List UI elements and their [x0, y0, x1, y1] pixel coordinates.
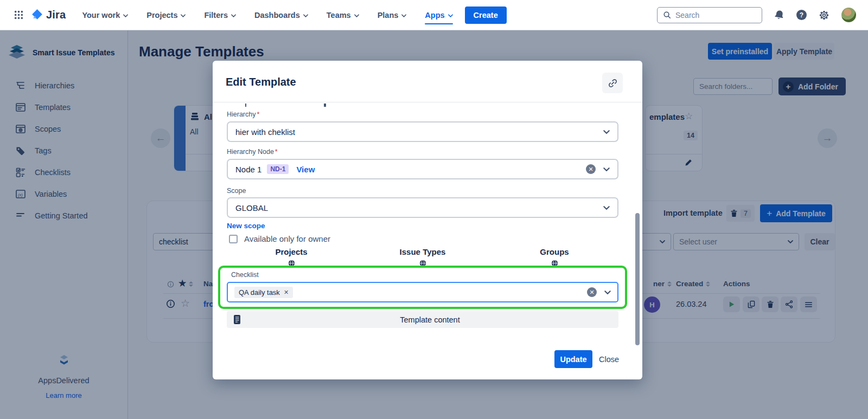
- nav-teams[interactable]: Teams: [327, 0, 359, 30]
- app-switcher-icon[interactable]: [11, 8, 26, 23]
- scope-label: Scope: [227, 187, 246, 195]
- owner-only-checkbox[interactable]: [229, 235, 238, 243]
- chevron-down-icon: [448, 14, 453, 17]
- edit-template-modal: Edit Template Hierarchy* hier with chekl…: [213, 61, 642, 379]
- chevron-down-icon: [303, 14, 308, 17]
- checklist-multiselect[interactable]: QA daily task ✕ ✕: [227, 282, 618, 302]
- chevron-down-icon: [603, 167, 610, 171]
- jira-logo-text: Jira: [46, 9, 66, 21]
- nav-filters[interactable]: Filters: [204, 0, 236, 30]
- chevron-down-icon: [354, 14, 359, 17]
- notifications-bell-icon[interactable]: [773, 9, 785, 21]
- hierarchy-node-select[interactable]: Node 1 ND-1 View ✕: [227, 159, 618, 179]
- view-node-link[interactable]: View: [296, 165, 315, 174]
- template-content-label: Template content: [241, 315, 618, 324]
- nav-projects[interactable]: Projects: [146, 0, 186, 30]
- global-search[interactable]: [657, 7, 762, 23]
- nav-plans[interactable]: Plans: [378, 0, 407, 30]
- document-icon: [233, 314, 241, 325]
- new-scope-link[interactable]: New scope: [227, 222, 265, 230]
- jira-logo[interactable]: Jira: [30, 8, 66, 22]
- hierarchy-select[interactable]: hier with cheklist: [227, 121, 618, 142]
- update-button[interactable]: Update: [554, 350, 592, 368]
- top-nav-right: ?: [657, 7, 868, 23]
- issue-types-column-header: Issue Types: [390, 247, 455, 256]
- owner-only-label: Available only for owner: [244, 234, 330, 243]
- jira-logo-icon: [30, 8, 44, 22]
- nav-your-work[interactable]: Your work: [82, 0, 128, 30]
- clear-selection-icon[interactable]: ✕: [586, 164, 596, 174]
- template-content-section[interactable]: Template content: [227, 311, 618, 328]
- search-input[interactable]: [675, 11, 751, 20]
- hierarchy-node-label: Hierarchy Node*: [227, 148, 278, 156]
- search-icon: [663, 11, 671, 19]
- chevron-down-icon: [231, 14, 236, 17]
- hierarchy-label: Hierarchy*: [227, 111, 259, 118]
- groups-column-header: Groups: [522, 247, 587, 256]
- clear-selection-icon[interactable]: ✕: [587, 287, 597, 297]
- help-icon[interactable]: ?: [796, 10, 807, 20]
- chevron-down-icon: [604, 291, 611, 294]
- close-button[interactable]: Close: [599, 350, 619, 368]
- chevron-down-icon: [603, 206, 610, 210]
- app-root: Jira Your work Projects Filters Dashboar…: [0, 0, 868, 419]
- nav-dashboards[interactable]: Dashboards: [254, 0, 308, 30]
- nav-apps[interactable]: Apps: [425, 0, 452, 30]
- user-avatar[interactable]: [841, 8, 856, 22]
- scope-select[interactable]: GLOBAL: [227, 197, 618, 218]
- copy-link-button[interactable]: [602, 73, 623, 93]
- chevron-down-icon: [401, 14, 406, 17]
- link-icon: [608, 78, 618, 88]
- modal-header-divider: [213, 102, 642, 102]
- chevron-down-icon: [181, 14, 186, 17]
- chevron-down-icon: [603, 130, 610, 134]
- modal-scrollbar-thumb[interactable]: [635, 213, 640, 345]
- settings-gear-icon[interactable]: [819, 10, 829, 21]
- top-nav: Jira Your work Projects Filters Dashboar…: [0, 0, 868, 30]
- clipped-scrolled-text: [245, 104, 246, 107]
- remove-chip-icon[interactable]: ✕: [284, 289, 289, 296]
- clipped-scrolled-text: [324, 104, 326, 107]
- primary-nav: Your work Projects Filters Dashboards Te…: [82, 0, 452, 30]
- create-button[interactable]: Create: [465, 7, 507, 24]
- chevron-down-icon: [123, 14, 128, 17]
- checklist-chip: QA daily task ✕: [234, 287, 293, 298]
- node-key-badge: ND-1: [267, 164, 289, 174]
- projects-column-header: Projects: [259, 247, 324, 256]
- checklist-label: Checklist: [231, 271, 259, 279]
- modal-title: Edit Template: [226, 76, 296, 88]
